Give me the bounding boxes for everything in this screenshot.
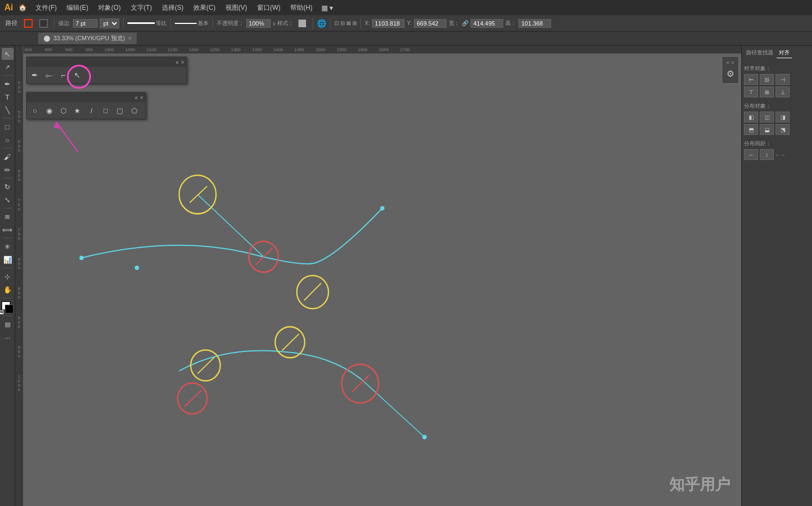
tool-warp[interactable]: ≋ (2, 211, 14, 223)
tool-rotate[interactable]: ↻ (2, 181, 14, 193)
menu-object[interactable]: 对象(O) (94, 2, 125, 14)
svg-point-23 (135, 266, 139, 270)
ruler-h-1550: 1550 (335, 47, 347, 52)
dist-right-btn[interactable]: ◨ (776, 112, 790, 122)
align-center-h-btn[interactable]: ⊟ (760, 74, 774, 85)
tool-more[interactable]: ··· (2, 331, 14, 343)
tool-type[interactable]: T (2, 91, 14, 103)
tool-pencil[interactable]: ✏ (2, 164, 14, 176)
toolbar-stroke-color[interactable] (22, 18, 35, 29)
x-label: X: (365, 20, 370, 26)
tool-sep-9 (3, 316, 13, 316)
align-top-btn[interactable]: ⊤ (744, 87, 758, 97)
tool-anchor-select-wrapper: ↖ (71, 69, 83, 81)
dist-spacing-v-btn[interactable]: ↕ (760, 149, 774, 160)
toolbar-fill-color[interactable] (37, 18, 50, 29)
tool-shape-rrect[interactable]: ▢ (114, 104, 126, 116)
dist-spacing-h-btn[interactable]: ↔ (744, 149, 758, 160)
tool-slice[interactable]: ⊹ (2, 270, 14, 282)
tool-anchor-corner[interactable]: ⌐ (57, 69, 69, 81)
dist-bottom-btn[interactable]: ⬔ (776, 124, 790, 135)
tool-shape-poly[interactable]: ⬡ (57, 104, 69, 116)
tool-hand[interactable]: ✋ (2, 283, 14, 295)
shapes-close-btn[interactable]: × (140, 95, 143, 101)
h-input[interactable] (518, 19, 551, 28)
align-right-btn[interactable]: ⊣ (776, 74, 790, 85)
tool-line[interactable]: ╲ (2, 104, 14, 116)
settings-panel: « × ⚙ (723, 57, 738, 83)
tab-pathfinder[interactable]: 路径查找器 (744, 48, 776, 58)
tool-scale[interactable]: ⤡ (2, 194, 14, 206)
align-left-btn[interactable]: ⊢ (744, 74, 758, 85)
y-input[interactable] (414, 19, 447, 28)
dist-center-h-btn[interactable]: ◫ (760, 112, 774, 122)
align-icons[interactable]: ⊡ ⊟ ⊠ ⊞ (334, 20, 356, 26)
gear-icon[interactable]: ⚙ (726, 69, 734, 79)
menu-edit[interactable]: 编辑(E) (62, 2, 93, 14)
dist-center-v-btn[interactable]: ⬓ (760, 124, 774, 135)
settings-expand-icon[interactable]: « (726, 60, 729, 65)
align-bottom-btn[interactable]: ⊥ (776, 87, 790, 97)
tab-close-btn[interactable]: × (128, 35, 131, 41)
shapes-collapse-btn[interactable]: « (135, 95, 138, 101)
tool-ellipse[interactable]: ○ (2, 134, 14, 146)
tool-rect[interactable]: □ (2, 121, 14, 133)
style-label: 样式： (277, 20, 294, 27)
tool-screen-mode[interactable]: ▤ (2, 318, 14, 330)
color-swatches[interactable]: ⇆ (2, 301, 14, 313)
menu-effect[interactable]: 效果(C) (189, 2, 220, 14)
tool-anchor-smooth[interactable]: ⟜ (43, 69, 55, 81)
tool-select[interactable]: ↖ (2, 48, 14, 60)
svg-point-17 (178, 383, 207, 414)
tool-shape-ellipse[interactable]: ○ (29, 104, 41, 116)
tool-width[interactable]: ⟺ (2, 224, 14, 236)
menu-text[interactable]: 文字(T) (126, 2, 156, 14)
x-input[interactable] (372, 19, 405, 28)
globe-icon[interactable]: 🌐 (317, 19, 326, 28)
panel-collapse-btn[interactable]: « (176, 59, 179, 65)
menu-window[interactable]: 窗口(W) (253, 2, 285, 14)
tool-anchor-pen[interactable]: ✒ (29, 69, 41, 81)
toolbar: 路径 描边: pt 等比 基本 不透明度： › 样式： 🌐 ⊡ ⊟ ⊠ ⊞ X:… (0, 15, 812, 32)
document-tab[interactable]: ⬤ 33.33% (CMYK/GPU 预览) × (38, 33, 137, 44)
tool-symbol[interactable]: ✳ (2, 240, 14, 252)
w-input[interactable] (471, 19, 503, 28)
style-swatch[interactable] (296, 18, 309, 29)
opacity-input[interactable] (246, 19, 271, 28)
canvas[interactable]: « × ✒ ⟜ ⌐ ↖ (23, 54, 741, 506)
tool-sep-4 (3, 178, 13, 178)
opacity-chevron[interactable]: › (273, 19, 276, 28)
tool-shape-circle[interactable]: ◉ (43, 104, 55, 116)
menu-view[interactable]: 视图(V) (221, 2, 252, 14)
dist-top-btn[interactable]: ⬒ (744, 124, 758, 135)
align-center-v-btn[interactable]: ⊞ (760, 87, 774, 97)
settings-close-icon[interactable]: × (731, 60, 734, 65)
link-icon[interactable]: 🔗 (462, 20, 468, 26)
distribute-spacing-label: 分布间距： (744, 140, 810, 147)
tool-anchor-select[interactable]: ↖ (71, 69, 83, 81)
tool-sep-8 (3, 298, 13, 298)
stroke-size-input[interactable] (73, 19, 97, 28)
svg-line-10 (255, 248, 272, 265)
distribute-spacing-row: ↔ ↕ ○ ↔ (744, 149, 810, 160)
tool-shape-shaper[interactable]: ⬠ (128, 104, 140, 116)
tool-column-graph[interactable]: 📊 (2, 254, 14, 266)
dist-left-btn[interactable]: ◧ (744, 112, 758, 122)
svg-point-21 (80, 256, 84, 260)
home-icon[interactable]: 🏠 (19, 4, 27, 11)
panel-icon[interactable]: ▦ ▾ (321, 4, 334, 12)
swap-icon: ⇆ (0, 310, 4, 314)
tab-align[interactable]: 对齐 (777, 48, 792, 58)
stroke-unit-select[interactable]: pt (100, 18, 119, 28)
menu-help[interactable]: 帮助(H) (286, 2, 317, 14)
tool-shape-rect[interactable]: □ (100, 104, 112, 116)
tool-pen[interactable]: ✒ (2, 78, 14, 90)
tab-bar: ⬤ 33.33% (CMYK/GPU 预览) × (0, 32, 812, 46)
tool-shape-line[interactable]: / (86, 104, 97, 116)
panel-close-btn[interactable]: × (181, 59, 184, 65)
menu-select[interactable]: 选择(S) (157, 2, 188, 14)
tool-shape-star[interactable]: ★ (71, 104, 83, 116)
tool-direct-select[interactable]: ↗ (2, 61, 14, 73)
menu-file[interactable]: 文件(F) (31, 2, 61, 14)
tool-brush[interactable]: 🖌 (2, 151, 14, 163)
